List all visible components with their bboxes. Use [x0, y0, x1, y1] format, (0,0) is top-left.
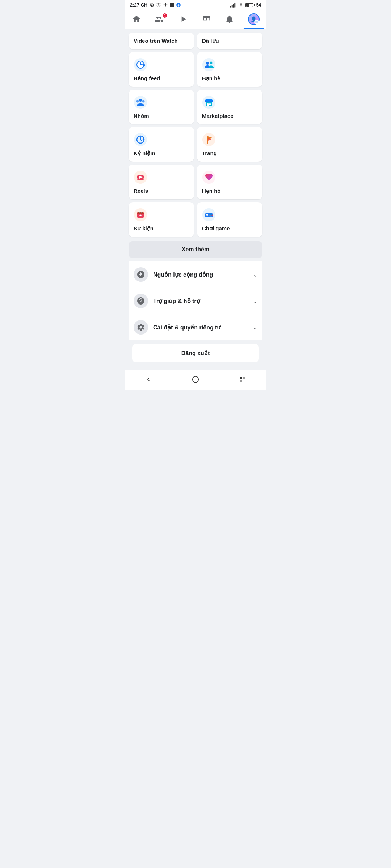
community-icon: [136, 270, 145, 279]
accessibility-icon: [163, 3, 168, 8]
svg-rect-38: [143, 178, 144, 179]
svg-point-18: [136, 100, 139, 103]
bang-feed-card[interactable]: Bảng feed: [129, 52, 194, 87]
community-label: Nguồn lực cộng đồng: [153, 271, 253, 278]
back-button[interactable]: [143, 374, 154, 385]
svg-rect-11: [143, 64, 145, 65]
hen-ho-card[interactable]: Hẹn hò: [197, 165, 262, 199]
settings-label: Cài đặt & quyền riêng tư: [153, 324, 253, 331]
svg-point-17: [139, 99, 142, 102]
trang-card[interactable]: Trang: [197, 127, 262, 162]
marketplace-card[interactable]: Marketplace: [197, 90, 262, 124]
battery-solid-icon: [170, 3, 174, 7]
nav-menu[interactable]: 👤: [244, 12, 264, 26]
friends-menu-icon: [202, 58, 216, 72]
nav-store[interactable]: [197, 13, 216, 26]
see-more-button[interactable]: Xem thêm: [129, 241, 262, 258]
nhom-card[interactable]: Nhóm: [129, 90, 194, 124]
menu-dot-icon: [254, 20, 259, 25]
help-section[interactable]: Trợ giúp & hỗ trợ ⌄: [129, 288, 262, 314]
svg-rect-2: [233, 4, 234, 8]
status-right: 54: [230, 3, 261, 8]
battery-level: 54: [245, 3, 261, 8]
marketplace-icon: [202, 95, 216, 109]
svg-rect-43: [139, 212, 140, 213]
ban-be-label: Bạn bè: [202, 75, 257, 82]
home-icon: [131, 14, 142, 24]
home-button[interactable]: [190, 374, 201, 385]
ky-niem-label: Kỷ niệm: [134, 150, 189, 157]
time: 2:27 CH: [130, 2, 147, 8]
store-nav-icon: [201, 14, 211, 24]
nav-watch[interactable]: [174, 13, 193, 26]
svg-rect-1: [231, 5, 232, 8]
video-watch-card[interactable]: Video trên Watch: [129, 33, 194, 49]
avatar: 👤: [248, 13, 260, 25]
svg-rect-3: [234, 3, 235, 8]
dating-icon: [202, 170, 216, 184]
help-label: Trợ giúp & hỗ trợ: [153, 298, 253, 305]
svg-rect-44: [141, 212, 142, 213]
menu-cards-grid: Bảng feed Bạn bè: [129, 52, 262, 237]
help-icon-wrap: [134, 294, 148, 308]
video-watch-label: Video trên Watch: [134, 38, 178, 44]
ban-be-card[interactable]: Bạn bè: [197, 52, 262, 87]
main-content: Video trên Watch Đã lưu: [125, 29, 266, 366]
svg-point-14: [206, 62, 209, 65]
gaming-icon: [202, 208, 216, 222]
ky-niem-card[interactable]: Kỷ niệm: [129, 127, 194, 162]
svg-rect-10: [143, 63, 146, 63]
settings-section[interactable]: Cài đặt & quyền riêng tư ⌄: [129, 314, 262, 340]
nhom-label: Nhóm: [134, 113, 189, 119]
svg-rect-36: [137, 178, 138, 179]
svg-rect-12: [143, 65, 145, 66]
svg-rect-23: [209, 103, 211, 105]
memories-icon: [134, 133, 147, 146]
choi-game-card[interactable]: Chơi game: [197, 202, 262, 237]
status-left: 2:27 CH ··: [130, 2, 186, 8]
svg-point-51: [212, 215, 213, 216]
bottom-system-bar: [125, 370, 266, 390]
hen-ho-label: Hẹn hò: [202, 188, 257, 194]
settings-icon-wrap: [134, 320, 148, 335]
choi-game-label: Chơi game: [202, 225, 257, 232]
nav-home[interactable]: [127, 13, 146, 26]
nav-notifications[interactable]: [220, 13, 239, 26]
su-kien-card[interactable]: ★ Sự kiện: [129, 202, 194, 237]
svg-point-19: [142, 100, 145, 103]
watch-icon: [178, 14, 188, 24]
nav-friends[interactable]: 1: [150, 13, 169, 26]
marketplace-label: Marketplace: [202, 113, 257, 119]
svg-point-15: [210, 62, 213, 64]
svg-rect-35: [137, 175, 138, 176]
alarm-icon: [156, 3, 161, 8]
recents-button[interactable]: [237, 374, 248, 385]
svg-point-54: [193, 376, 199, 383]
svg-rect-31: [207, 136, 208, 144]
svg-point-50: [211, 214, 212, 215]
dots: ··: [183, 2, 185, 8]
saved-card[interactable]: Đã lưu: [197, 33, 262, 49]
reels-card[interactable]: Reels: [129, 165, 194, 199]
settings-chevron: ⌄: [253, 324, 257, 331]
svg-rect-0: [230, 6, 231, 8]
logout-button[interactable]: Đăng xuất: [132, 344, 259, 362]
community-section[interactable]: Nguồn lực cộng đồng ⌄: [129, 261, 262, 288]
svg-point-13: [202, 58, 215, 71]
su-kien-label: Sự kiện: [134, 225, 189, 232]
community-icon-wrap: [134, 267, 148, 282]
reels-icon: [134, 170, 147, 184]
svg-point-16: [134, 96, 147, 109]
svg-point-52: [210, 215, 211, 216]
svg-point-53: [211, 216, 212, 217]
settings-icon: [136, 323, 145, 332]
svg-rect-55: [240, 377, 242, 379]
facebook-icon: [176, 3, 181, 8]
reels-label: Reels: [134, 188, 189, 194]
help-icon: [136, 297, 145, 305]
svg-point-28: [140, 139, 141, 140]
sections-list: Nguồn lực cộng đồng ⌄ Trợ giúp & hỗ trợ …: [129, 261, 262, 340]
top-cards-row: Video trên Watch Đã lưu: [129, 33, 262, 49]
bang-feed-label: Bảng feed: [134, 75, 189, 82]
svg-rect-49: [207, 214, 208, 216]
